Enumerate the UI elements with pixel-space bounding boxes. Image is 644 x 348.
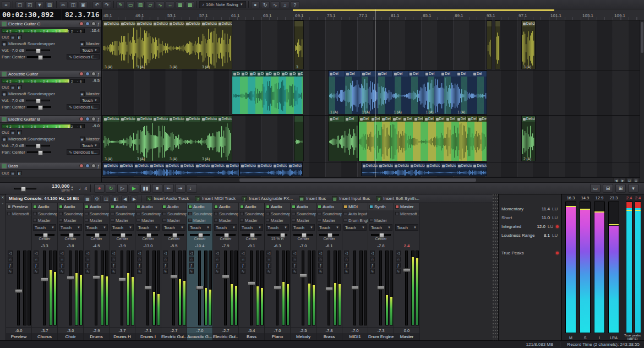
pan-handle[interactable] — [95, 233, 100, 238]
strip-name[interactable]: Chorus — [32, 333, 57, 340]
mixer-strip[interactable]: AudioSoundmapperMasterTouch▼Center-6.1◁∩… — [316, 203, 342, 340]
help-icon[interactable]: ? — [291, 1, 299, 8]
strip-automation-select[interactable]: Touch▼ — [214, 224, 237, 231]
phase-icon[interactable]: ◧ — [17, 130, 22, 134]
strip-pan-control[interactable] — [342, 231, 368, 243]
bus-icon[interactable]: ▤ — [10, 85, 15, 89]
fader-handle[interactable] — [248, 281, 255, 285]
strip-name[interactable]: Electric Gui... — [213, 333, 238, 340]
headphones-icon[interactable]: ∩ — [266, 257, 271, 262]
headphones-icon[interactable]: ∩ — [344, 257, 349, 262]
bus-icon[interactable]: ▤ — [10, 130, 15, 134]
mixer-strip[interactable]: AudioSoundmapperMasterTouch▼Center-4.5◁∩… — [84, 203, 110, 340]
playhead-cursor[interactable] — [375, 20, 375, 177]
scroll-left-icon[interactable]: ◀ — [613, 178, 619, 182]
strip-name[interactable]: MIDI1 — [342, 333, 368, 340]
speaker-icon[interactable]: ◁ — [292, 251, 297, 255]
automation-icon[interactable]: ∿ — [241, 269, 245, 274]
automation-mode-select[interactable]: Touch▼ — [80, 47, 100, 53]
track-title-bar[interactable]: Acoustic Guitarƒ — [0, 70, 101, 78]
zoom-out-icon[interactable]: ⊟ — [626, 178, 632, 182]
solo-button[interactable] — [91, 21, 96, 26]
fx-icon[interactable]: ƒ — [163, 263, 168, 268]
audio-clip[interactable]: DeliciousDeliciousDeliciousDeliciousDeli… — [102, 162, 239, 176]
track-header[interactable]: Electric Guitar Cƒ-42 -36 -30 -24 -18 -1… — [0, 20, 101, 70]
mixer-strip[interactable]: AudioSoundmapperMasterTouch▼Center-7.9◁∩… — [213, 203, 239, 340]
pan-slider[interactable] — [293, 234, 313, 236]
pan-slider[interactable] — [138, 234, 158, 236]
strip-pan-control[interactable] — [6, 231, 31, 243]
pan-handle[interactable] — [121, 233, 125, 238]
automation-mode-select[interactable]: Touch▼ — [80, 97, 100, 103]
mixer-strip[interactable]: AudioSoundmapperMasterTouch▼Center-10.4◁… — [187, 203, 213, 340]
strip-name[interactable]: Drums — [84, 333, 109, 340]
automation-icon[interactable]: ∿ — [111, 269, 116, 274]
pan-handle[interactable] — [250, 233, 255, 238]
fader-handle[interactable] — [92, 275, 100, 279]
headphones-icon[interactable]: ∩ — [8, 257, 13, 262]
strip-automation-select[interactable]: Touch▼ — [240, 224, 263, 231]
strip-pan-control[interactable]: Center — [161, 231, 187, 243]
strip-output-row[interactable]: Master — [291, 217, 316, 224]
pan-slider[interactable] — [35, 234, 54, 236]
volume-slider[interactable] — [26, 145, 50, 146]
headphones-icon[interactable]: ∩ — [137, 257, 142, 262]
zoom-out-icon[interactable]: ⊟ — [603, 184, 613, 193]
track-lane[interactable]: DelDelDelDelDelDelDelDelDelDelDelDelDelD… — [102, 70, 640, 116]
record-settings-icon[interactable]: ● — [251, 1, 260, 8]
fx-icon[interactable]: ƒ — [292, 263, 297, 268]
strip-automation-select[interactable]: Touch▼ — [59, 224, 82, 231]
loop-playback-button[interactable]: ↻ — [106, 184, 116, 193]
mixer-strip[interactable]: AudioSoundmapperMasterTouch▼15 % R-6.3◁∩… — [265, 203, 291, 340]
downmix-icon[interactable]: ◫ — [102, 195, 110, 202]
headphones-icon[interactable]: ∩ — [318, 257, 323, 262]
mixer-strip[interactable]: MasterMicrosoft ...Touch▼2.4◁∩ƒ∿0.0Maste… — [394, 203, 420, 340]
fader-track[interactable] — [172, 251, 175, 325]
strip-device-row[interactable]: Soundmapper — [32, 210, 57, 217]
fx-icon[interactable]: ƒ — [34, 263, 39, 268]
fader-track[interactable] — [121, 251, 123, 325]
headphones-icon[interactable]: ∩ — [189, 257, 194, 262]
speaker-icon[interactable]: ◁ — [137, 251, 142, 255]
strip-device-row[interactable] — [368, 210, 394, 217]
headphones-icon[interactable]: ∩ — [85, 257, 90, 262]
pan-slider[interactable] — [319, 234, 339, 236]
strip-name[interactable]: Choir — [58, 333, 83, 340]
time-select-tool-icon[interactable]: ↔ — [166, 1, 174, 8]
vscroll-thumb[interactable] — [641, 22, 643, 53]
fader-handle[interactable] — [377, 286, 385, 290]
strip-device-row[interactable]: Auto Input — [342, 210, 368, 217]
solo-button[interactable] — [91, 72, 96, 76]
fx-icon[interactable]: ƒ — [85, 263, 90, 268]
strip-pan-control[interactable]: Center — [135, 231, 161, 243]
fader-track[interactable] — [69, 251, 72, 325]
volume-slider[interactable] — [26, 50, 50, 51]
solo-button[interactable] — [91, 117, 96, 121]
pan-slider[interactable] — [112, 234, 132, 236]
fx-icon[interactable]: ƒ — [8, 263, 13, 268]
hscroll-thumb[interactable] — [239, 178, 476, 182]
fader-track[interactable] — [95, 251, 97, 325]
strip-device-row[interactable]: Soundmapper — [316, 210, 342, 217]
insert-button[interactable]: ƒInsert Assignable FX... — [239, 195, 295, 202]
volume-slider-handle[interactable] — [36, 144, 41, 149]
fader-track[interactable] — [328, 251, 330, 325]
insert-button[interactable]: ▥Insert Input Bus — [330, 195, 372, 202]
automation-icon[interactable]: ∿ — [85, 269, 90, 274]
arrangement-area[interactable]: DeliciousDeliciousDeliciousDeliciousDeli… — [102, 20, 640, 182]
fader-handle[interactable] — [196, 286, 204, 290]
fader-handle[interactable] — [222, 275, 230, 279]
strip-output-row[interactable]: Master — [32, 217, 57, 224]
strip-output-row[interactable]: Master — [316, 217, 342, 224]
cut-icon[interactable]: ✂ — [59, 1, 68, 8]
pan-slider[interactable] — [86, 234, 106, 236]
fader-track[interactable] — [146, 251, 149, 325]
bus-icon[interactable]: ▤ — [10, 35, 15, 39]
pan-handle[interactable] — [198, 233, 203, 238]
strip-output-row[interactable]: Master — [84, 217, 109, 224]
track-fx-icon[interactable]: ƒ — [97, 117, 100, 121]
strip-automation-select[interactable]: Touch▼ — [266, 224, 289, 231]
console-layout-icon[interactable]: ▦ — [84, 195, 91, 202]
new-project-icon[interactable]: ▢ — [15, 1, 24, 8]
pan-slider[interactable] — [61, 234, 80, 236]
